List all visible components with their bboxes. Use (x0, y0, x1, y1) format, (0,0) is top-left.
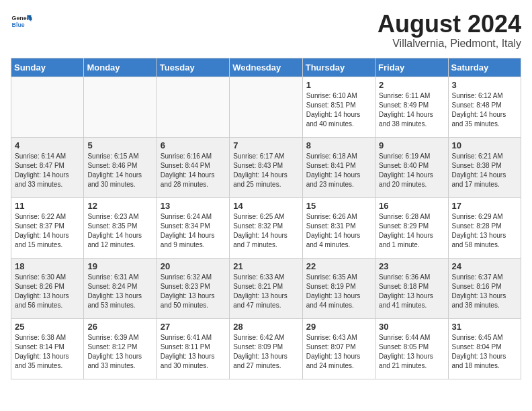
day-number: 3 (452, 80, 517, 90)
title-area: August 2024 Villalvernia, Piedmont, Ital… (378, 11, 521, 50)
day-info: Sunrise: 6:22 AM Sunset: 8:37 PM Dayligh… (15, 212, 80, 250)
day-info: Sunrise: 6:37 AM Sunset: 8:16 PM Dayligh… (452, 273, 517, 310)
day-number: 29 (306, 322, 371, 332)
calendar-cell: 5Sunrise: 6:15 AM Sunset: 8:46 PM Daylig… (84, 137, 157, 197)
day-number: 21 (233, 261, 298, 271)
calendar-cell: 11Sunrise: 6:22 AM Sunset: 8:37 PM Dayli… (11, 197, 84, 258)
day-info: Sunrise: 6:18 AM Sunset: 8:41 PM Dayligh… (306, 152, 371, 189)
calendar-cell (230, 77, 302, 137)
day-info: Sunrise: 6:26 AM Sunset: 8:31 PM Dayligh… (306, 212, 371, 250)
day-info: Sunrise: 6:16 AM Sunset: 8:44 PM Dayligh… (161, 152, 226, 189)
calendar-cell: 8Sunrise: 6:18 AM Sunset: 8:41 PM Daylig… (302, 137, 375, 197)
calendar-cell: 2Sunrise: 6:11 AM Sunset: 8:49 PM Daylig… (375, 77, 448, 137)
calendar-cell: 1Sunrise: 6:10 AM Sunset: 8:51 PM Daylig… (302, 77, 375, 137)
calendar-week-row: 18Sunrise: 6:30 AM Sunset: 8:26 PM Dayli… (11, 258, 521, 318)
calendar-cell: 30Sunrise: 6:44 AM Sunset: 8:05 PM Dayli… (375, 318, 448, 379)
svg-text:Blue: Blue (12, 21, 25, 28)
calendar-cell: 27Sunrise: 6:41 AM Sunset: 8:11 PM Dayli… (157, 318, 229, 379)
day-number: 30 (379, 322, 444, 332)
day-info: Sunrise: 6:12 AM Sunset: 8:48 PM Dayligh… (452, 91, 517, 129)
weekday-header-row: SundayMondayTuesdayWednesdayThursdayFrid… (11, 58, 521, 77)
weekday-header-sunday: Sunday (11, 58, 84, 77)
calendar-cell: 10Sunrise: 6:21 AM Sunset: 8:38 PM Dayli… (448, 137, 521, 197)
weekday-header-thursday: Thursday (302, 58, 375, 77)
calendar-cell: 19Sunrise: 6:31 AM Sunset: 8:24 PM Dayli… (84, 258, 157, 318)
day-info: Sunrise: 6:33 AM Sunset: 8:21 PM Dayligh… (233, 273, 298, 310)
calendar-cell: 17Sunrise: 6:29 AM Sunset: 8:28 PM Dayli… (448, 197, 521, 258)
day-info: Sunrise: 6:38 AM Sunset: 8:14 PM Dayligh… (15, 333, 80, 371)
weekday-header-saturday: Saturday (448, 58, 521, 77)
day-number: 13 (161, 201, 226, 211)
calendar-cell: 9Sunrise: 6:19 AM Sunset: 8:40 PM Daylig… (375, 137, 448, 197)
day-number: 31 (452, 322, 517, 332)
weekday-header-wednesday: Wednesday (230, 58, 302, 77)
day-number: 16 (379, 201, 444, 211)
day-number: 12 (87, 201, 152, 211)
day-number: 2 (379, 80, 444, 90)
calendar-cell (11, 77, 84, 137)
calendar-week-row: 1Sunrise: 6:10 AM Sunset: 8:51 PM Daylig… (11, 77, 521, 137)
day-number: 9 (379, 140, 444, 150)
calendar-cell: 29Sunrise: 6:43 AM Sunset: 8:07 PM Dayli… (302, 318, 375, 379)
location-subtitle: Villalvernia, Piedmont, Italy (378, 38, 521, 50)
calendar-cell: 14Sunrise: 6:25 AM Sunset: 8:32 PM Dayli… (230, 197, 302, 258)
day-info: Sunrise: 6:21 AM Sunset: 8:38 PM Dayligh… (452, 152, 517, 189)
calendar-cell: 28Sunrise: 6:42 AM Sunset: 8:09 PM Dayli… (230, 318, 302, 379)
day-number: 28 (233, 322, 298, 332)
day-info: Sunrise: 6:32 AM Sunset: 8:23 PM Dayligh… (161, 273, 226, 310)
day-info: Sunrise: 6:23 AM Sunset: 8:35 PM Dayligh… (87, 212, 152, 250)
day-info: Sunrise: 6:10 AM Sunset: 8:51 PM Dayligh… (306, 91, 371, 129)
day-number: 25 (15, 322, 80, 332)
day-number: 20 (161, 261, 226, 271)
calendar-cell: 18Sunrise: 6:30 AM Sunset: 8:26 PM Dayli… (11, 258, 84, 318)
day-info: Sunrise: 6:29 AM Sunset: 8:28 PM Dayligh… (452, 212, 517, 250)
day-number: 10 (452, 140, 517, 150)
day-number: 19 (87, 261, 152, 271)
weekday-header-friday: Friday (375, 58, 448, 77)
day-info: Sunrise: 6:39 AM Sunset: 8:12 PM Dayligh… (87, 333, 152, 371)
day-number: 6 (161, 140, 226, 150)
calendar-cell (157, 77, 229, 137)
day-number: 7 (233, 140, 298, 150)
day-number: 5 (87, 140, 152, 150)
day-info: Sunrise: 6:24 AM Sunset: 8:34 PM Dayligh… (161, 212, 226, 250)
day-number: 15 (306, 201, 371, 211)
day-number: 17 (452, 201, 517, 211)
day-number: 22 (306, 261, 371, 271)
calendar-cell: 4Sunrise: 6:14 AM Sunset: 8:47 PM Daylig… (11, 137, 84, 197)
weekday-header-monday: Monday (84, 58, 157, 77)
day-info: Sunrise: 6:15 AM Sunset: 8:46 PM Dayligh… (87, 152, 152, 189)
calendar-cell: 22Sunrise: 6:35 AM Sunset: 8:19 PM Dayli… (302, 258, 375, 318)
header: General Blue August 2024 Villalvernia, P… (11, 11, 521, 50)
calendar-cell: 25Sunrise: 6:38 AM Sunset: 8:14 PM Dayli… (11, 318, 84, 379)
calendar-cell: 7Sunrise: 6:17 AM Sunset: 8:43 PM Daylig… (230, 137, 302, 197)
day-info: Sunrise: 6:35 AM Sunset: 8:19 PM Dayligh… (306, 273, 371, 310)
calendar-cell: 12Sunrise: 6:23 AM Sunset: 8:35 PM Dayli… (84, 197, 157, 258)
calendar-cell: 15Sunrise: 6:26 AM Sunset: 8:31 PM Dayli… (302, 197, 375, 258)
logo: General Blue (11, 11, 32, 32)
day-number: 4 (15, 140, 80, 150)
day-info: Sunrise: 6:25 AM Sunset: 8:32 PM Dayligh… (233, 212, 298, 250)
day-info: Sunrise: 6:19 AM Sunset: 8:40 PM Dayligh… (379, 152, 444, 189)
calendar-cell: 6Sunrise: 6:16 AM Sunset: 8:44 PM Daylig… (157, 137, 229, 197)
day-info: Sunrise: 6:30 AM Sunset: 8:26 PM Dayligh… (15, 273, 80, 310)
calendar-cell: 21Sunrise: 6:33 AM Sunset: 8:21 PM Dayli… (230, 258, 302, 318)
day-number: 27 (161, 322, 226, 332)
day-info: Sunrise: 6:45 AM Sunset: 8:04 PM Dayligh… (452, 333, 517, 371)
day-number: 24 (452, 261, 517, 271)
calendar-cell: 3Sunrise: 6:12 AM Sunset: 8:48 PM Daylig… (448, 77, 521, 137)
calendar-cell: 31Sunrise: 6:45 AM Sunset: 8:04 PM Dayli… (448, 318, 521, 379)
day-info: Sunrise: 6:14 AM Sunset: 8:47 PM Dayligh… (15, 152, 80, 189)
calendar-cell: 16Sunrise: 6:28 AM Sunset: 8:29 PM Dayli… (375, 197, 448, 258)
day-info: Sunrise: 6:28 AM Sunset: 8:29 PM Dayligh… (379, 212, 444, 250)
day-number: 14 (233, 201, 298, 211)
day-info: Sunrise: 6:42 AM Sunset: 8:09 PM Dayligh… (233, 333, 298, 371)
day-info: Sunrise: 6:43 AM Sunset: 8:07 PM Dayligh… (306, 333, 371, 371)
day-info: Sunrise: 6:44 AM Sunset: 8:05 PM Dayligh… (379, 333, 444, 371)
calendar-week-row: 25Sunrise: 6:38 AM Sunset: 8:14 PM Dayli… (11, 318, 521, 379)
calendar-cell: 26Sunrise: 6:39 AM Sunset: 8:12 PM Dayli… (84, 318, 157, 379)
day-number: 18 (15, 261, 80, 271)
logo-icon: General Blue (11, 11, 32, 32)
day-info: Sunrise: 6:31 AM Sunset: 8:24 PM Dayligh… (87, 273, 152, 310)
calendar-cell: 23Sunrise: 6:36 AM Sunset: 8:18 PM Dayli… (375, 258, 448, 318)
